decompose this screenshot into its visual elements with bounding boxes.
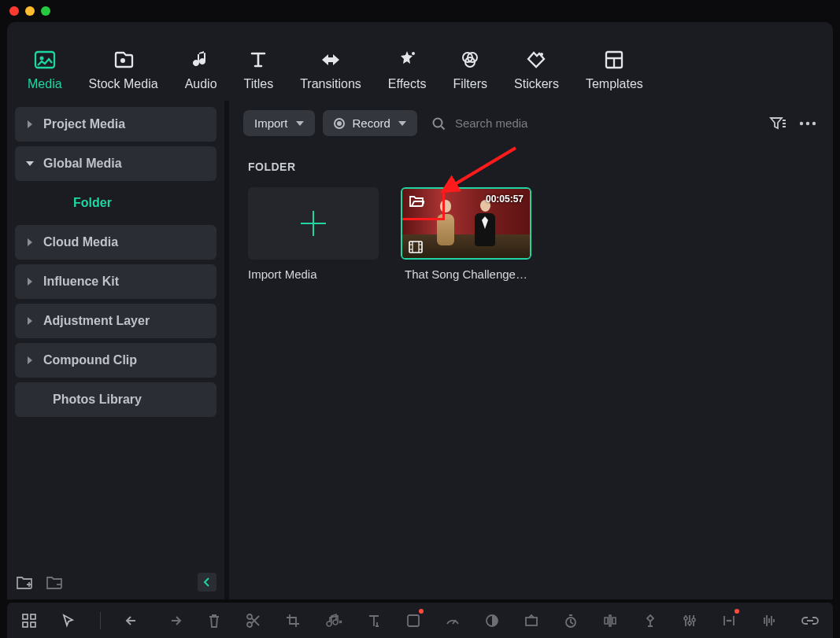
sidebar-item-label: Project Media [43, 117, 125, 131]
search-icon [431, 116, 446, 131]
search-input[interactable] [453, 116, 753, 131]
svg-rect-22 [408, 615, 419, 626]
tab-label: Titles [244, 77, 274, 91]
sidebar-item-cloud-media[interactable]: Cloud Media [15, 225, 216, 260]
svg-point-2 [120, 58, 125, 63]
motion-tracking-button[interactable] [642, 611, 658, 630]
chevron-down-icon [296, 121, 304, 126]
chevron-right-icon [28, 120, 32, 128]
tab-label: Transitions [300, 77, 361, 91]
plus-icon [300, 210, 327, 237]
record-button[interactable]: Record [323, 110, 417, 136]
media-clip-tile[interactable]: 00:05:57 [401, 187, 531, 281]
templates-icon [602, 49, 626, 71]
adjust-button[interactable] [682, 611, 698, 630]
sidebar-item-photos-library[interactable]: Photos Library [15, 382, 216, 417]
split-button[interactable] [246, 611, 261, 630]
clip-name: That Song Challenge… [401, 267, 531, 281]
filters-icon [458, 49, 482, 71]
svg-point-27 [688, 621, 691, 625]
audio-adjust-button[interactable] [325, 611, 342, 630]
crop-button[interactable] [285, 611, 301, 630]
chevron-right-icon [28, 278, 32, 286]
sidebar-item-label: Folder [73, 196, 112, 209]
sidebar-item-global-media[interactable]: Global Media [15, 146, 216, 181]
chevron-right-icon [28, 356, 32, 364]
undo-button[interactable] [124, 611, 142, 630]
sidebar-item-influence-kit[interactable]: Influence Kit [15, 264, 216, 299]
delete-button[interactable] [206, 611, 222, 630]
svg-point-10 [800, 121, 803, 124]
tab-audio[interactable]: Audio [185, 49, 217, 91]
open-folder-icon[interactable] [409, 194, 424, 208]
content-toolbar: Import Record [229, 101, 833, 146]
sidebar-item-label: Influence Kit [43, 275, 119, 289]
chevron-down-icon [398, 121, 406, 126]
filter-sort-button[interactable] [767, 112, 789, 135]
timer-button[interactable] [563, 611, 579, 630]
svg-point-31 [730, 619, 732, 621]
svg-point-26 [684, 617, 687, 620]
more-menu-button[interactable] [721, 611, 737, 630]
svg-point-1 [39, 57, 43, 61]
sidebar-item-compound-clip[interactable]: Compound Clip [15, 343, 216, 378]
speed-button[interactable] [445, 611, 461, 630]
redo-button[interactable] [165, 611, 183, 630]
text-button[interactable] [366, 611, 382, 630]
stock-media-icon [112, 49, 135, 71]
close-window-button[interactable] [9, 6, 19, 16]
top-tab-bar: Media Stock Media Audio Titles Transitio… [7, 22, 833, 101]
tab-filters[interactable]: Filters [453, 49, 487, 91]
tab-stickers[interactable]: Stickers [514, 49, 559, 91]
remove-folder-button[interactable] [45, 573, 64, 592]
tab-label: Templates [586, 77, 643, 91]
new-folder-button[interactable] [15, 573, 34, 592]
sidebar-item-label: Compound Clip [43, 353, 137, 367]
svg-rect-24 [526, 618, 537, 625]
link-button[interactable] [801, 611, 819, 630]
tab-media[interactable]: Media [28, 49, 62, 91]
svg-rect-17 [31, 614, 35, 619]
import-button[interactable]: Import [243, 110, 315, 136]
chroma-key-button[interactable] [524, 611, 539, 630]
minimize-window-button[interactable] [25, 6, 35, 16]
timeline-toolbar [7, 603, 833, 638]
window-titlebar [0, 0, 840, 22]
sidebar-item-label: Cloud Media [43, 235, 118, 249]
tab-titles[interactable]: Titles [244, 49, 274, 91]
tab-transitions[interactable]: Transitions [300, 49, 361, 91]
sidebar-item-label: Adjustment Layer [43, 314, 150, 328]
import-media-tile[interactable]: Import Media [248, 187, 379, 281]
audio-waveform-button[interactable] [760, 611, 778, 630]
tab-label: Effects [388, 77, 427, 91]
sidebar-item-adjustment-layer[interactable]: Adjustment Layer [15, 304, 216, 338]
clip-thumbnail[interactable]: 00:05:57 [401, 187, 531, 260]
tab-effects[interactable]: Effects [388, 49, 427, 91]
svg-point-12 [812, 121, 816, 124]
svg-rect-18 [23, 622, 28, 627]
button-label: Import [254, 116, 288, 130]
tile-label: Import Media [248, 267, 379, 281]
notification-dot [735, 609, 739, 614]
more-options-button[interactable] [797, 112, 819, 135]
layout-grid-button[interactable] [21, 611, 37, 630]
sidebar-item-folder[interactable]: Folder [15, 186, 216, 220]
shape-button[interactable] [405, 611, 421, 630]
record-icon [334, 118, 345, 129]
sidebar-item-project-media[interactable]: Project Media [15, 107, 216, 142]
audio-icon [189, 49, 213, 71]
tab-stock-media[interactable]: Stock Media [89, 49, 158, 91]
collapse-sidebar-button[interactable] [198, 573, 216, 592]
tab-label: Media [28, 77, 62, 91]
tab-templates[interactable]: Templates [586, 49, 643, 91]
selection-tool-button[interactable] [61, 611, 76, 630]
media-content-panel: Import Record [229, 101, 833, 599]
svg-point-28 [692, 618, 695, 621]
keyframe-button[interactable] [602, 611, 618, 630]
maximize-window-button[interactable] [41, 6, 50, 16]
color-correction-button[interactable] [484, 611, 500, 630]
stickers-icon [524, 49, 548, 71]
svg-rect-16 [23, 614, 28, 619]
sidebar-item-label: Photos Library [53, 393, 142, 407]
search-field[interactable] [425, 116, 759, 131]
